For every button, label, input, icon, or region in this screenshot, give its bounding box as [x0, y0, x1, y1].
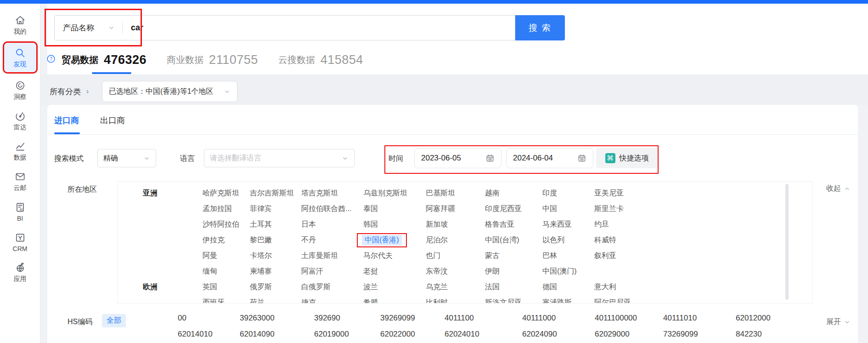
country-item[interactable]: 中国(澳门)	[542, 267, 594, 276]
selected-region-dropdown[interactable]: 已选地区：中国(香港)等1个地区	[102, 81, 237, 102]
country-item[interactable]: 乌兹别克斯坦	[363, 189, 426, 198]
country-item[interactable]: 泰国	[363, 204, 426, 214]
result-tab[interactable]: 出口商	[100, 115, 125, 126]
search-category-select[interactable]: 产品名称	[55, 23, 122, 33]
sidebar-item-apps-globe[interactable]: 应用	[3, 258, 38, 286]
country-item[interactable]: 印度	[542, 189, 594, 198]
country-item[interactable]: 中国(台湾)	[485, 235, 542, 245]
country-item[interactable]: 蒙古	[485, 251, 542, 261]
country-item[interactable]: 以色列	[542, 235, 594, 245]
sidebar-item-data-chart[interactable]: 数据	[3, 137, 38, 165]
country-item[interactable]: 伊拉克	[203, 235, 250, 245]
country-item[interactable]: 马来西亚	[542, 220, 594, 229]
country-item[interactable]: 阿曼	[203, 251, 250, 261]
country-item[interactable]: 中国	[542, 204, 594, 214]
hs-code-item[interactable]: 73269099	[663, 330, 736, 339]
country-item[interactable]: 希腊	[363, 298, 426, 304]
data-tab[interactable]: 云搜数据415854	[278, 53, 363, 67]
country-item[interactable]: 塞浦路斯	[542, 298, 594, 304]
country-item[interactable]: 约旦	[594, 220, 812, 229]
country-item[interactable]: 阿尔巴尼亚	[594, 298, 812, 304]
country-item[interactable]: 叙利亚	[594, 251, 812, 261]
sidebar-item-crm[interactable]: CRM	[3, 228, 38, 256]
hs-code-item[interactable]: 62014010	[178, 330, 240, 339]
country-item[interactable]: 日本	[301, 220, 363, 229]
country-item[interactable]: 比利时	[426, 298, 485, 304]
country-item[interactable]: 缅甸	[203, 267, 250, 276]
hs-all-badge[interactable]: 全部	[102, 314, 126, 327]
data-tab[interactable]: 商业数据2110755	[167, 53, 258, 67]
date-end-input[interactable]: 2024-06-04	[506, 148, 593, 168]
country-item[interactable]: 土库曼斯坦	[301, 251, 363, 261]
sidebar-item-radar[interactable]: 雷达	[3, 107, 38, 134]
country-item[interactable]: 印度尼西亚	[485, 204, 542, 214]
hs-code-item[interactable]: 392690	[314, 314, 380, 323]
hs-code-item[interactable]: 39269099	[380, 314, 445, 323]
country-item[interactable]: 乌克兰	[426, 282, 485, 292]
expand-link[interactable]: 展开	[826, 317, 851, 327]
country-item[interactable]: 也门	[426, 251, 485, 261]
breadcrumb[interactable]: 所有分类	[50, 86, 90, 97]
country-item[interactable]: 孟加拉国	[203, 204, 250, 214]
hs-code-item[interactable]: 62014090	[240, 330, 314, 339]
sidebar-item-bi-document[interactable]: BIBI	[3, 198, 38, 225]
hs-code-item[interactable]: 4011100	[445, 314, 522, 323]
country-item[interactable]: 科威特	[594, 235, 812, 245]
country-item[interactable]: 俄罗斯	[250, 282, 301, 292]
sidebar-item-insight[interactable]: 洞察	[3, 76, 38, 104]
quick-options-button[interactable]: ⌘ 快捷选项	[596, 148, 658, 168]
hs-code-item[interactable]: 62024010	[445, 330, 522, 339]
country-item[interactable]: 中国(香港)	[363, 233, 426, 247]
country-item[interactable]: 德国	[542, 282, 594, 292]
country-item[interactable]: 波兰	[363, 282, 426, 292]
search-input[interactable]: car	[131, 23, 143, 33]
country-item[interactable]: 韩国	[363, 220, 426, 229]
country-item[interactable]: 柬埔寨	[250, 267, 301, 276]
country-item[interactable]: 西班牙	[203, 298, 250, 304]
country-item[interactable]: 亚美尼亚	[594, 189, 812, 198]
sidebar-item-search[interactable]: 发现	[3, 41, 38, 74]
country-item[interactable]: 塔吉克斯坦	[301, 189, 363, 198]
hs-code-item[interactable]: 40111000	[522, 314, 595, 323]
country-item[interactable]: 捷克	[301, 298, 363, 304]
hs-code-item[interactable]: 62019000	[314, 330, 380, 339]
country-item[interactable]: 伊朗	[485, 267, 542, 276]
country-item[interactable]: 巴林	[542, 251, 594, 261]
hs-code-item[interactable]: 62022000	[380, 330, 445, 339]
country-item[interactable]: 格鲁吉亚	[485, 220, 542, 229]
search-button[interactable]: 搜 索	[515, 15, 565, 40]
country-item[interactable]: 尼泊尔	[426, 235, 485, 245]
country-item[interactable]: 黎巴嫩	[250, 235, 301, 245]
hs-code-item[interactable]: 62029000	[595, 330, 663, 339]
country-item[interactable]: 阿富汗	[301, 267, 363, 276]
country-item[interactable]: 菲律宾	[250, 204, 301, 214]
country-item[interactable]: 法国	[485, 282, 542, 292]
country-item[interactable]: 白俄罗斯	[301, 282, 363, 292]
country-item[interactable]: 阿塞拜疆	[426, 204, 485, 214]
country-item[interactable]: 东帝汶	[426, 267, 485, 276]
country-item[interactable]: 卡塔尔	[250, 251, 301, 261]
country-item[interactable]: 英国	[203, 282, 250, 292]
country-item[interactable]: 土耳其	[250, 220, 301, 229]
hs-code-item[interactable]: 62012000	[736, 314, 812, 323]
country-item[interactable]: 新加坡	[426, 220, 485, 229]
help-icon[interactable]: ?	[46, 54, 56, 66]
hs-code-item[interactable]: 40111010	[663, 314, 736, 323]
search-mode-select[interactable]: 精确	[97, 149, 156, 167]
sidebar-item-mail[interactable]: 云邮	[3, 167, 38, 195]
country-item[interactable]: 荷兰	[250, 298, 301, 304]
country-item[interactable]: 斯里兰卡	[594, 204, 812, 214]
result-tab[interactable]: 进口商	[54, 115, 79, 126]
country-item[interactable]: 哈萨克斯坦	[203, 189, 250, 198]
country-item[interactable]: 越南	[485, 189, 542, 198]
country-item[interactable]: 不丹	[301, 235, 363, 245]
selected-country[interactable]: 中国(香港)	[362, 235, 402, 246]
country-item[interactable]: 意大利	[594, 282, 812, 292]
country-item[interactable]: 吉尔吉斯斯坦	[250, 189, 301, 198]
country-item[interactable]: 沙特阿拉伯	[203, 220, 250, 229]
country-item[interactable]: 马尔代夫	[363, 251, 426, 261]
hs-code-item[interactable]: 39263000	[240, 314, 314, 323]
country-item[interactable]: 阿拉伯联合酋...	[301, 204, 363, 214]
hs-code-item[interactable]: 62024090	[522, 330, 595, 339]
country-item[interactable]: 斯洛文尼亚	[485, 298, 542, 304]
